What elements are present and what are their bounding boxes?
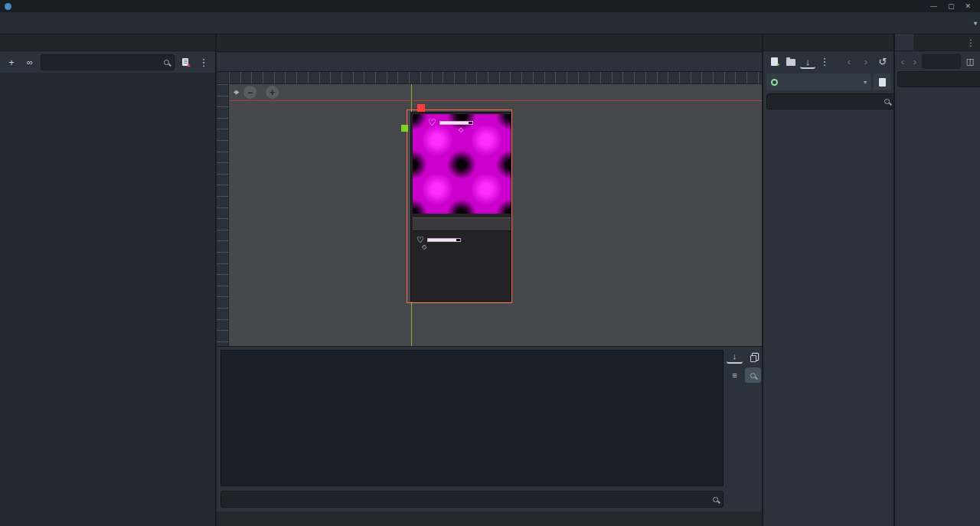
selection-rect[interactable]	[407, 109, 512, 303]
filesystem-tree	[895, 90, 980, 526]
scene-tree	[0, 73, 215, 526]
tab-filesystem[interactable]	[895, 34, 913, 51]
inspector-tabs	[763, 34, 893, 51]
output-side-toolbar: ↓ ≡	[727, 350, 762, 387]
history-forward-button[interactable]: ›	[858, 54, 874, 70]
scene-tree-toolbar: + ∞ ✕ ⋮	[0, 51, 215, 73]
object-history-button[interactable]: ↺	[875, 54, 890, 70]
detach-script-button[interactable]: ✕	[178, 54, 193, 70]
bottom-panel: ↓ ≡	[217, 346, 762, 526]
canvas-toolbar	[217, 52, 762, 72]
open-docs-button[interactable]	[874, 74, 890, 90]
inspector-properties	[763, 113, 893, 526]
anchor-marker-red[interactable]	[417, 104, 425, 112]
resource-options-button[interactable]: ⋮	[817, 54, 832, 70]
chevron-down-icon: ▾	[864, 79, 867, 86]
file-filter	[897, 71, 980, 87]
dock-options-icon[interactable]: ⋮	[962, 34, 980, 51]
x-axis-line	[229, 100, 762, 101]
2d-viewport[interactable]: ♡ ◇ ♡ ◇	[217, 72, 762, 346]
copy-log-button[interactable]	[745, 350, 761, 365]
scene-filter	[41, 54, 175, 70]
filesystem-tabs: ⋮	[895, 34, 980, 51]
window-titlebar: — ▢ ✕	[0, 0, 980, 12]
output-log[interactable]	[220, 350, 724, 486]
save-log-button[interactable]: ↓	[727, 350, 743, 364]
renderer-dropdown[interactable]: ▾	[972, 20, 977, 27]
maximize-button[interactable]: ▢	[948, 2, 955, 10]
menubar: ▾	[0, 12, 980, 34]
search-icon	[713, 497, 718, 502]
new-resource-button[interactable]: +	[766, 54, 782, 70]
save-resource-button[interactable]: ↓	[800, 56, 815, 69]
collapse-log-button[interactable]: ≡	[727, 368, 743, 383]
minimize-button[interactable]: —	[930, 2, 937, 10]
filesystem-dock: ⋮ ‹ › ◫ ⇅	[893, 34, 980, 526]
instance-scene-button[interactable]: ∞	[22, 54, 38, 70]
bottom-statusbar	[217, 511, 762, 526]
tree-options-button[interactable]: ⋮	[196, 54, 211, 70]
scene-dock: + ∞ ✕ ⋮	[0, 34, 217, 526]
inspector-dock: + ↓ ⋮ ‹ › ↺ ▾ ⇅	[762, 34, 893, 526]
zoom-controls: ⌖ − +	[234, 86, 279, 99]
search-icon	[884, 99, 890, 104]
ruler-horizontal	[229, 72, 762, 84]
center-view-icon[interactable]: ⌖	[234, 87, 239, 99]
zoom-out-button[interactable]: −	[243, 86, 256, 99]
zoom-in-button[interactable]: +	[266, 86, 279, 99]
message-filter-input[interactable]	[226, 495, 709, 504]
scene-dock-tabs	[0, 34, 215, 51]
ruler-vertical	[217, 84, 229, 346]
center-area: ♡ ◇ ♡ ◇	[217, 34, 762, 526]
ruler-corner	[217, 72, 229, 84]
chevron-down-icon: ▾	[974, 20, 977, 27]
scene-filter-input[interactable]	[46, 57, 160, 67]
add-node-button[interactable]: +	[4, 54, 19, 70]
load-resource-button[interactable]	[783, 54, 799, 70]
filesystem-nav: ‹ › ◫	[895, 51, 980, 71]
search-log-button[interactable]	[745, 368, 761, 383]
fs-current-path[interactable]	[922, 54, 961, 69]
edited-object-selector[interactable]: ▾	[766, 74, 871, 90]
godot-logo-icon	[5, 3, 11, 10]
inspector-toolbar: + ↓ ⋮ ‹ › ↺	[763, 51, 893, 72]
fs-split-mode-button[interactable]: ◫	[962, 54, 978, 69]
file-filter-input[interactable]	[903, 75, 980, 84]
property-filter	[766, 93, 895, 109]
fs-back-button[interactable]: ‹	[897, 54, 908, 69]
scene-file-tabs	[217, 34, 762, 52]
fs-forward-button[interactable]: ›	[910, 54, 920, 69]
anchor-marker-green[interactable]	[401, 125, 408, 132]
search-icon	[164, 60, 169, 65]
property-filter-input[interactable]	[772, 97, 880, 106]
history-back-button[interactable]: ‹	[841, 54, 857, 70]
control-node-icon	[771, 79, 778, 86]
close-button[interactable]: ✕	[965, 2, 971, 10]
godot-editor-window: — ▢ ✕ ▾ + ∞ ✕ ⋮	[0, 0, 980, 526]
message-filter	[220, 491, 724, 508]
